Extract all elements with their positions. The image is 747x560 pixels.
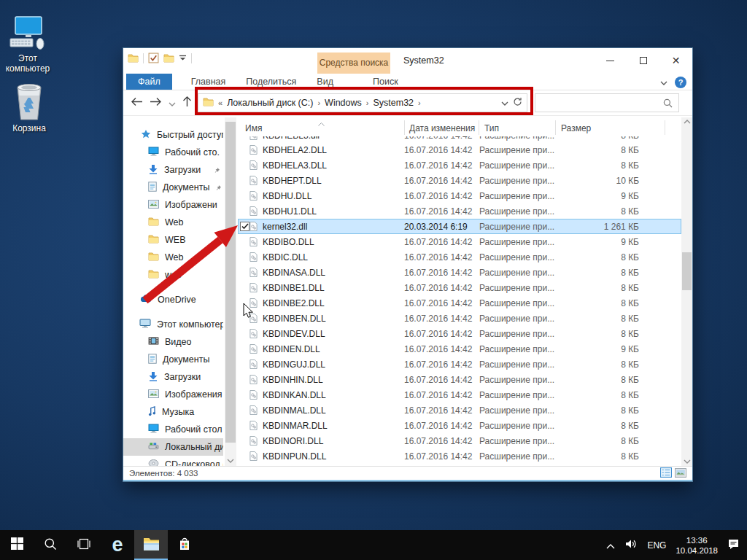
search-box[interactable] — [535, 93, 679, 112]
taskbar-start-button[interactable] — [0, 530, 34, 560]
scroll-down-icon[interactable] — [681, 459, 692, 464]
sidebar-scrollbar-thumb[interactable] — [225, 122, 236, 443]
file-row[interactable]: KBDINDEV.DLL16.07.2016 14:42Расширение п… — [238, 326, 681, 341]
sidebar-item-documents-1[interactable]: Документы — [123, 351, 223, 368]
folder-icon[interactable] — [128, 54, 139, 63]
sidebar-scroll-down-icon[interactable] — [225, 459, 236, 463]
sidebar-item-folder-5[interactable]: WEB — [123, 231, 223, 249]
desktop-icon-recycle-bin[interactable]: Корзина — [1, 82, 57, 133]
taskbar-search-button[interactable] — [34, 530, 67, 560]
sidebar-item-downloads-1[interactable]: Загрузки — [123, 161, 223, 179]
column-header-type[interactable]: Тип — [484, 123, 499, 133]
sidebar-item-downloads-2[interactable]: Загрузки — [123, 368, 223, 386]
sidebar-item-music-4[interactable]: Музыка — [123, 403, 223, 421]
file-row[interactable]: KBDHU1.DLL16.07.2016 14:42Расширение при… — [238, 203, 681, 219]
sidebar-item-disk-6[interactable]: Локальный дис — [123, 438, 223, 456]
file-date: 16.07.2016 14:42 — [404, 268, 479, 278]
search-input[interactable] — [535, 98, 663, 108]
details-view-button[interactable] — [660, 467, 672, 479]
breadcrumb-segment[interactable]: Локальный диск (C:) — [227, 98, 313, 108]
hidden-icons-chevron-icon[interactable] — [606, 539, 615, 552]
file-row[interactable]: KBDINHIN.DLL16.07.2016 14:42Расширение п… — [238, 372, 681, 387]
action-center-icon[interactable] — [727, 538, 740, 553]
file-row[interactable]: KBDINBE1.DLL16.07.2016 14:42Расширение п… — [238, 280, 681, 295]
address-dropdown-icon[interactable] — [501, 98, 508, 108]
file-row[interactable]: KBDINEN.DLL16.07.2016 14:42Расширение пр… — [238, 341, 681, 357]
properties-icon[interactable] — [148, 52, 159, 63]
file-scrollbar-thumb[interactable] — [682, 252, 692, 290]
sidebar-item-folder-7[interactable]: web — [123, 266, 223, 284]
sidebar-item-desktop-5[interactable]: Рабочий стол — [123, 421, 223, 438]
sidebar-item-pictures-3[interactable]: Изображени — [123, 196, 223, 214]
breadcrumb-segment[interactable]: System32 — [373, 98, 414, 108]
file-row[interactable]: KBDHEBL3.dll16.07.2016 14:42Расширение п… — [238, 136, 681, 142]
file-row[interactable]: KBDIC.DLL16.07.2016 14:42Расширение при.… — [238, 249, 681, 265]
breadcrumb-separator-icon[interactable]: › — [317, 98, 320, 107]
back-button[interactable] — [131, 96, 143, 109]
breadcrumb-separator-icon[interactable]: › — [418, 98, 421, 107]
sidebar-item-folder-6[interactable]: Web — [123, 249, 223, 266]
taskbar-task-view-button[interactable] — [67, 530, 101, 560]
help-icon[interactable]: ? — [675, 77, 686, 88]
volume-icon[interactable] — [624, 539, 638, 552]
breadcrumb-separator-icon[interactable]: › — [366, 98, 369, 107]
file-row[interactable]: KBDINMAR.DLL16.07.2016 14:42Расширение п… — [238, 418, 681, 433]
tab-file[interactable]: Файл — [126, 74, 172, 90]
file-row[interactable]: KBDINKAN.DLL16.07.2016 14:42Расширение п… — [238, 387, 681, 402]
close-button[interactable]: ✕ — [659, 50, 692, 71]
ribbon-collapse-icon[interactable] — [660, 77, 667, 88]
column-header-size[interactable]: Размер — [561, 123, 591, 133]
file-row[interactable]: KBDINBEN.DLL16.07.2016 14:42Расширение п… — [238, 311, 681, 326]
breadcrumb-segment[interactable]: Windows — [325, 98, 362, 108]
sidebar-item-pictures-3[interactable]: Изображения — [123, 386, 223, 403]
sidebar-item-onedrive[interactable]: OneDrive — [123, 291, 223, 308]
clock[interactable]: 13:36 10.04.2018 — [676, 535, 718, 556]
language-indicator[interactable]: ENG — [647, 540, 666, 551]
file-row[interactable]: KBDINGUJ.DLL16.07.2016 14:42Расширение п… — [238, 357, 681, 372]
column-header-name[interactable]: Имя — [245, 123, 262, 133]
sidebar-scrollbar[interactable] — [225, 117, 236, 467]
customize-qat-icon[interactable] — [179, 55, 187, 61]
file-row[interactable]: KBDHELA3.DLL16.07.2016 14:42Расширение п… — [238, 158, 681, 173]
tab-2[interactable]: Поделиться — [236, 74, 306, 90]
file-row[interactable]: KBDHU.DLL16.07.2016 14:42Расширение при.… — [238, 188, 681, 203]
sidebar-item-video-0[interactable]: Видео — [123, 333, 223, 351]
sidebar-item-documents-2[interactable]: Документы — [123, 179, 223, 196]
sidebar-this-pc[interactable]: Этот компьютер — [123, 316, 223, 333]
file-list-scrollbar[interactable] — [681, 117, 692, 466]
taskbar-store-button[interactable] — [168, 530, 201, 560]
tab-1[interactable]: Главная — [181, 74, 236, 90]
path-collapse-mark[interactable]: « — [218, 98, 222, 107]
item-checkbox[interactable] — [240, 222, 249, 231]
minimize-button[interactable] — [594, 50, 627, 71]
up-button[interactable] — [182, 96, 192, 110]
search-tools-contextual-tab[interactable]: Средства поиска — [317, 52, 390, 74]
recent-locations-icon[interactable] — [169, 96, 176, 109]
refresh-icon[interactable] — [513, 97, 522, 109]
file-row[interactable]: kernel32.dll20.03.2014 6:19Расширение пр… — [238, 219, 681, 234]
file-row[interactable]: KBDINASA.DLL16.07.2016 14:42Расширение п… — [238, 265, 681, 280]
column-header-date[interactable]: Дата изменения — [409, 123, 475, 133]
taskbar-file-explorer-button[interactable] — [134, 530, 168, 560]
file-row[interactable]: KBDINMAL.DLL16.07.2016 14:42Расширение п… — [238, 402, 681, 418]
sidebar-item-desktop-0[interactable]: Рабочий сто. — [123, 144, 223, 161]
tab-4[interactable]: Поиск — [363, 74, 409, 90]
sidebar-quick-access[interactable]: Быстрый доступ — [123, 126, 223, 144]
sidebar-item-folder-4[interactable]: Web — [123, 214, 223, 231]
file-row[interactable]: KBDIBO.DLL16.07.2016 14:42Расширение при… — [238, 234, 681, 249]
scroll-up-icon[interactable] — [681, 120, 692, 124]
tab-3[interactable]: Вид — [306, 74, 344, 90]
forward-button[interactable] — [150, 96, 162, 109]
file-row[interactable]: KBDINBE2.DLL16.07.2016 14:42Расширение п… — [238, 295, 681, 311]
file-row[interactable]: KBDHELA2.DLL16.07.2016 14:42Расширение п… — [238, 142, 681, 158]
file-row[interactable]: KBDHEPT.DLL16.07.2016 14:42Расширение пр… — [238, 173, 681, 188]
search-icon — [663, 98, 678, 108]
new-folder-icon[interactable] — [163, 54, 174, 63]
taskbar-edge-button[interactable]: e — [101, 530, 134, 560]
desktop-icon-this-pc[interactable]: Этот компьютер — [0, 16, 55, 74]
file-row[interactable]: KBDINORI.DLL16.07.2016 14:42Расширение п… — [238, 433, 681, 448]
maximize-button[interactable] — [627, 50, 659, 71]
address-bar[interactable]: «Локальный диск (C:)›Windows›System32› — [198, 93, 527, 112]
file-row[interactable]: KBDINPUN.DLL16.07.2016 14:42Расширение п… — [238, 448, 681, 464]
large-icons-view-button[interactable] — [675, 468, 686, 479]
